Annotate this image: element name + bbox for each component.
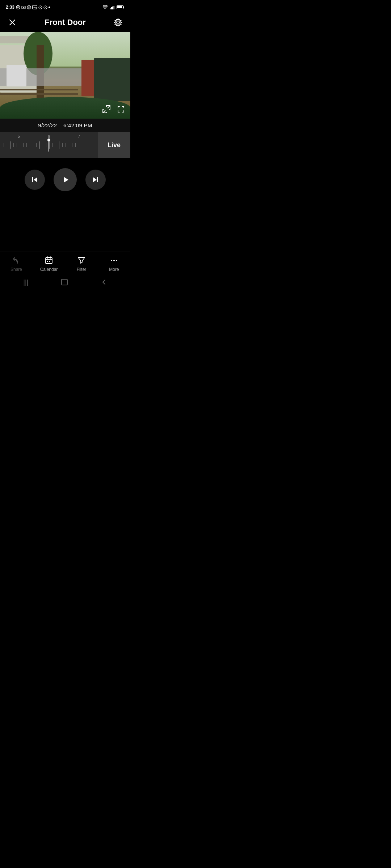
calendar-label: Calendar <box>40 267 58 272</box>
svg-text:P: P <box>45 7 46 9</box>
svg-text:@: @ <box>28 6 30 9</box>
more-icon <box>109 256 119 265</box>
android-menu-button[interactable]: ||| <box>23 278 28 286</box>
timeline-cursor <box>49 139 49 152</box>
svg-point-23 <box>117 21 119 24</box>
svg-text:P: P <box>17 6 19 9</box>
filter-icon <box>77 256 86 265</box>
settings-button[interactable] <box>112 16 125 29</box>
status-time: 2:33 P @ ring P P <box>6 5 50 10</box>
timeline-ticks <box>0 139 98 152</box>
svg-point-37 <box>111 260 112 261</box>
android-navigation: ||| <box>0 275 130 289</box>
svg-marker-28 <box>64 177 68 183</box>
timeline-labels: 5 6 7 <box>0 132 98 139</box>
svg-rect-19 <box>117 6 122 8</box>
svg-rect-16 <box>112 7 113 9</box>
playback-controls <box>0 158 130 199</box>
svg-point-39 <box>116 260 117 261</box>
skip-forward-icon <box>91 175 100 184</box>
filter-label: Filter <box>77 267 87 272</box>
battery-icon <box>117 5 125 9</box>
play-icon <box>60 175 70 184</box>
calendar-icon <box>44 256 54 265</box>
nav-calendar[interactable]: Calendar <box>33 256 65 272</box>
more-label: More <box>109 267 119 272</box>
header: Front Door <box>0 13 130 32</box>
svg-line-24 <box>103 110 105 113</box>
svg-rect-36 <box>49 261 50 262</box>
video-overlay-controls <box>101 103 127 115</box>
prev-button[interactable] <box>25 170 45 190</box>
status-indicators <box>102 5 125 9</box>
video-player <box>0 32 130 119</box>
svg-point-38 <box>113 260 115 261</box>
timeline-scrubber[interactable]: 5 6 7 <box>0 132 98 158</box>
gear-icon <box>113 18 123 27</box>
expand-icon[interactable] <box>101 103 112 115</box>
fullscreen-icon[interactable] <box>115 103 127 115</box>
svg-line-25 <box>108 106 110 108</box>
signal-icon <box>109 5 115 9</box>
close-button[interactable] <box>6 16 19 29</box>
close-icon <box>9 19 16 26</box>
android-home-button[interactable] <box>60 278 68 286</box>
share-icon <box>12 256 21 265</box>
notification-icons: P @ ring P P <box>16 5 50 9</box>
svg-marker-29 <box>93 177 97 182</box>
svg-rect-40 <box>62 279 67 285</box>
svg-marker-26 <box>34 177 37 182</box>
svg-rect-27 <box>32 177 33 182</box>
bottom-navigation: Share Calendar Filter <box>0 251 130 275</box>
android-back-button[interactable] <box>101 279 107 285</box>
nav-filter[interactable]: Filter <box>65 256 98 272</box>
timeline[interactable]: 5 6 7 Live <box>0 132 130 158</box>
wifi-icon <box>102 5 108 9</box>
share-label: Share <box>10 267 22 272</box>
svg-point-12 <box>49 7 50 8</box>
timestamp: 9/22/22 – 6:42:09 PM <box>0 119 130 132</box>
live-button[interactable]: Live <box>98 132 130 158</box>
play-button[interactable] <box>54 168 77 191</box>
nav-more[interactable]: More <box>98 256 130 272</box>
next-button[interactable] <box>85 170 106 190</box>
svg-rect-14 <box>110 8 111 9</box>
svg-rect-30 <box>97 177 98 182</box>
nav-share[interactable]: Share <box>0 256 33 272</box>
svg-rect-15 <box>111 7 112 9</box>
svg-text:P: P <box>40 7 41 9</box>
page-title: Front Door <box>19 18 112 27</box>
status-bar: 2:33 P @ ring P P <box>0 0 130 13</box>
svg-rect-17 <box>114 6 115 9</box>
svg-marker-3 <box>23 7 25 8</box>
svg-text:ring: ring <box>33 7 37 9</box>
svg-rect-35 <box>47 261 48 262</box>
svg-rect-31 <box>46 258 52 264</box>
skip-back-icon <box>30 175 39 184</box>
